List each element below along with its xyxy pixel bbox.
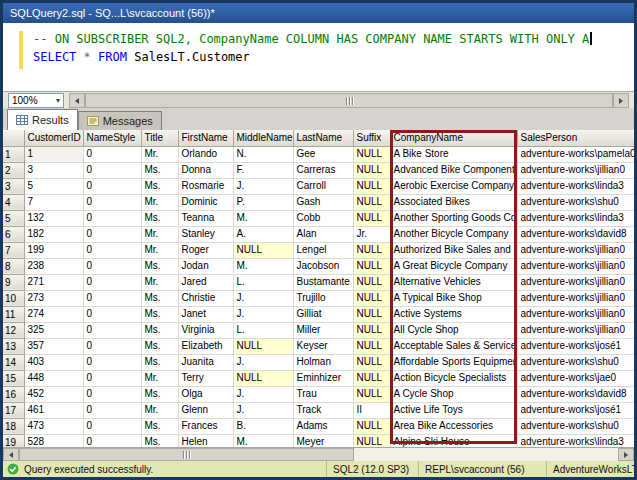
editor-horizontal-scrollbar[interactable] (69, 93, 629, 108)
grid-cell[interactable]: Mr. (141, 242, 178, 258)
grid-cell[interactable]: Mr. (141, 226, 178, 242)
grid-cell[interactable]: 0 (83, 338, 141, 354)
grid-cell[interactable]: 132 (24, 210, 83, 226)
grid-cell[interactable]: Carreras (293, 162, 353, 178)
grid-cell[interactable]: Bustamante (293, 274, 353, 290)
grid-cell[interactable]: adventure-works\shu0 (517, 354, 634, 370)
grid-cell[interactable]: M. (233, 258, 293, 274)
grid-cell[interactable]: Dominic (178, 194, 233, 210)
grid-cell[interactable]: NULL (353, 418, 390, 434)
grid-scrollbar-track[interactable] (19, 448, 618, 461)
row-number[interactable]: 9 (3, 274, 24, 290)
zoom-control[interactable]: 100% ▾ (8, 93, 64, 108)
grid-cell[interactable]: 0 (83, 210, 141, 226)
grid-cell[interactable]: NULL (353, 162, 390, 178)
grid-cell[interactable]: adventure-works\shu0 (517, 194, 634, 210)
grid-cell[interactable]: Mr. (141, 370, 178, 386)
grid-cell[interactable]: Ms. (141, 434, 178, 447)
column-header-customerid[interactable]: CustomerID (24, 130, 83, 146)
grid-cell[interactable]: N. (233, 146, 293, 162)
grid-cell[interactable]: adventure-works\jae0 (517, 370, 634, 386)
grid-cell[interactable]: 0 (83, 178, 141, 194)
grid-cell[interactable]: Alternative Vehicles (390, 274, 517, 290)
grid-cell[interactable]: II (353, 402, 390, 418)
grid-cell[interactable]: 0 (83, 370, 141, 386)
grid-cell[interactable]: L. (233, 322, 293, 338)
grid-cell[interactable]: Another Bicycle Company (390, 226, 517, 242)
grid-scrollbar-thumb[interactable] (19, 448, 354, 461)
grid-cell[interactable]: Ms. (141, 258, 178, 274)
grid-scroll-right-button[interactable] (618, 448, 634, 461)
row-number[interactable]: 6 (3, 226, 24, 242)
grid-cell[interactable]: adventure-works\jillian0 (517, 162, 634, 178)
grid-cell[interactable]: A Great Bicycle Company (390, 258, 517, 274)
grid-cell[interactable]: 273 (24, 290, 83, 306)
grid-cell[interactable]: NULL (353, 434, 390, 447)
grid-cell[interactable]: 0 (83, 274, 141, 290)
grid-cell[interactable]: Action Bicycle Specialists (390, 370, 517, 386)
tab-messages[interactable]: Messages (78, 111, 162, 130)
row-number[interactable]: 1 (3, 146, 24, 162)
grid-cell[interactable]: Elizabeth (178, 338, 233, 354)
scrollbar-thumb[interactable] (85, 93, 613, 108)
grid-cell[interactable]: Olga (178, 386, 233, 402)
grid-cell[interactable]: M. (233, 434, 293, 447)
grid-cell[interactable]: adventure-works\shu0 (517, 418, 634, 434)
row-number[interactable]: 8 (3, 258, 24, 274)
grid-cell[interactable]: Stanley (178, 226, 233, 242)
grid-cell[interactable]: adventure-works\david8 (517, 226, 634, 242)
grid-cell[interactable]: 0 (83, 306, 141, 322)
grid-cell[interactable]: Track (293, 402, 353, 418)
grid-cell[interactable]: Ms. (141, 354, 178, 370)
grid-cell[interactable]: Roger (178, 242, 233, 258)
grid-cell[interactable]: Aerobic Exercise Company (390, 178, 517, 194)
grid-cell[interactable]: Affordable Sports Equipment (390, 354, 517, 370)
grid-cell[interactable]: 0 (83, 418, 141, 434)
row-number[interactable]: 19 (3, 434, 24, 447)
grid-cell[interactable]: Donna (178, 162, 233, 178)
grid-cell[interactable]: Authorized Bike Sales and Rental (390, 242, 517, 258)
grid-cell[interactable]: NULL (353, 210, 390, 226)
grid-cell[interactable]: Ms. (141, 210, 178, 226)
grid-cell[interactable]: adventure-works\jillian0 (517, 306, 634, 322)
column-header-suffix[interactable]: Suffix (353, 130, 390, 146)
row-number[interactable]: 13 (3, 338, 24, 354)
row-number[interactable]: 4 (3, 194, 24, 210)
grid-cell[interactable]: Miller (293, 322, 353, 338)
grid-cell[interactable]: 0 (83, 162, 141, 178)
row-number[interactable]: 12 (3, 322, 24, 338)
grid-cell[interactable]: Mr. (141, 194, 178, 210)
column-header-salesperson[interactable]: SalesPerson (517, 130, 634, 146)
grid-cell[interactable]: Rosmarie (178, 178, 233, 194)
grid-cell[interactable]: M. (233, 210, 293, 226)
grid-cell[interactable]: Gash (293, 194, 353, 210)
grid-cell[interactable]: Lengel (293, 242, 353, 258)
grid-cell[interactable]: NULL (353, 306, 390, 322)
grid-cell[interactable]: Teanna (178, 210, 233, 226)
grid-cell[interactable]: 0 (83, 354, 141, 370)
grid-cell[interactable]: A. (233, 226, 293, 242)
grid-cell[interactable]: Jr. (353, 226, 390, 242)
grid-cell[interactable]: NULL (233, 338, 293, 354)
grid-cell[interactable]: Ms. (141, 322, 178, 338)
grid-cell[interactable]: Alan (293, 226, 353, 242)
grid-cell[interactable]: 1 (24, 146, 83, 162)
grid-cell[interactable]: 182 (24, 226, 83, 242)
column-header-title[interactable]: Title (141, 130, 178, 146)
grid-cell[interactable]: Active Life Toys (390, 402, 517, 418)
grid-cell[interactable]: A Typical Bike Shop (390, 290, 517, 306)
grid-cell[interactable]: adventure-works\josé1 (517, 338, 634, 354)
grid-cell[interactable]: F. (233, 162, 293, 178)
grid-cell[interactable]: adventure-works\linda3 (517, 210, 634, 226)
grid-cell[interactable]: Ms. (141, 162, 178, 178)
row-number[interactable]: 3 (3, 178, 24, 194)
column-header-companyname[interactable]: CompanyName (390, 130, 517, 146)
grid-cell[interactable]: Jacobson (293, 258, 353, 274)
grid-cell[interactable]: NULL (353, 290, 390, 306)
grid-cell[interactable]: Terry (178, 370, 233, 386)
grid-cell[interactable]: 0 (83, 226, 141, 242)
scroll-right-button[interactable] (613, 93, 629, 108)
grid-cell[interactable]: NULL (233, 242, 293, 258)
grid-cell[interactable]: L. (233, 274, 293, 290)
grid-cell[interactable]: 325 (24, 322, 83, 338)
